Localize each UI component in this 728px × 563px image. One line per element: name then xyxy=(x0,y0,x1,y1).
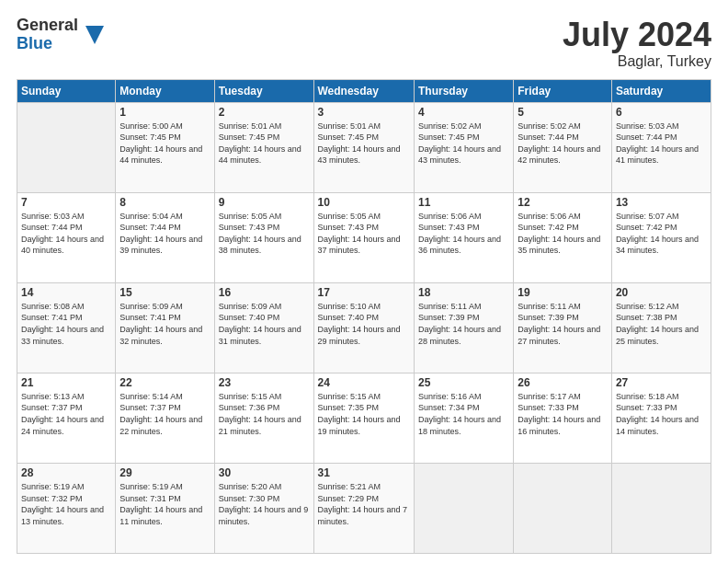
calendar-cell: 16Sunrise: 5:09 AMSunset: 7:40 PMDayligh… xyxy=(214,282,313,373)
day-info: Sunrise: 5:09 AMSunset: 7:41 PMDaylight:… xyxy=(119,301,210,347)
calendar-cell: 5Sunrise: 5:02 AMSunset: 7:44 PMDaylight… xyxy=(514,102,612,192)
day-number: 29 xyxy=(119,466,210,479)
day-info: Sunrise: 5:08 AMSunset: 7:41 PMDaylight:… xyxy=(21,301,111,347)
week-row-2: 7Sunrise: 5:03 AMSunset: 7:44 PMDaylight… xyxy=(17,192,711,282)
logo-blue: Blue xyxy=(17,35,78,53)
day-number: 4 xyxy=(418,106,509,119)
day-info: Sunrise: 5:18 AMSunset: 7:33 PMDaylight:… xyxy=(616,391,707,437)
week-row-5: 28Sunrise: 5:19 AMSunset: 7:32 PMDayligh… xyxy=(17,463,711,553)
day-info: Sunrise: 5:00 AMSunset: 7:45 PMDaylight:… xyxy=(119,121,210,167)
column-header-wednesday: Wednesday xyxy=(313,79,414,102)
calendar-cell: 8Sunrise: 5:04 AMSunset: 7:44 PMDaylight… xyxy=(116,192,214,282)
day-number: 25 xyxy=(418,376,509,389)
day-number: 27 xyxy=(616,376,707,389)
week-row-3: 14Sunrise: 5:08 AMSunset: 7:41 PMDayligh… xyxy=(17,282,711,373)
calendar-cell: 26Sunrise: 5:17 AMSunset: 7:33 PMDayligh… xyxy=(514,373,612,463)
day-info: Sunrise: 5:02 AMSunset: 7:44 PMDaylight:… xyxy=(518,121,608,167)
calendar-cell: 3Sunrise: 5:01 AMSunset: 7:45 PMDaylight… xyxy=(313,102,414,192)
day-number: 9 xyxy=(219,196,310,209)
calendar-cell: 31Sunrise: 5:21 AMSunset: 7:29 PMDayligh… xyxy=(313,463,414,553)
calendar-page: General Blue July 2024 Baglar, Turkey Su… xyxy=(0,0,728,563)
day-number: 3 xyxy=(318,106,410,119)
day-number: 6 xyxy=(616,106,707,119)
day-info: Sunrise: 5:13 AMSunset: 7:37 PMDaylight:… xyxy=(21,391,111,437)
day-info: Sunrise: 5:06 AMSunset: 7:42 PMDaylight:… xyxy=(518,211,608,257)
calendar-header-row: SundayMondayTuesdayWednesdayThursdayFrid… xyxy=(17,79,711,102)
calendar-cell: 17Sunrise: 5:10 AMSunset: 7:40 PMDayligh… xyxy=(313,282,414,373)
calendar-cell: 25Sunrise: 5:16 AMSunset: 7:34 PMDayligh… xyxy=(414,373,513,463)
calendar-table: SundayMondayTuesdayWednesdayThursdayFrid… xyxy=(17,79,711,554)
logo: General Blue xyxy=(17,17,108,53)
calendar-cell: 24Sunrise: 5:15 AMSunset: 7:35 PMDayligh… xyxy=(313,373,414,463)
day-info: Sunrise: 5:11 AMSunset: 7:39 PMDaylight:… xyxy=(518,301,608,347)
calendar-cell: 7Sunrise: 5:03 AMSunset: 7:44 PMDaylight… xyxy=(17,192,116,282)
day-number: 31 xyxy=(318,466,410,479)
week-row-1: 1Sunrise: 5:00 AMSunset: 7:45 PMDaylight… xyxy=(17,102,711,192)
day-number: 17 xyxy=(318,286,410,299)
calendar-cell: 20Sunrise: 5:12 AMSunset: 7:38 PMDayligh… xyxy=(611,282,711,373)
day-info: Sunrise: 5:12 AMSunset: 7:38 PMDaylight:… xyxy=(616,301,707,347)
day-number: 15 xyxy=(119,286,210,299)
day-info: Sunrise: 5:16 AMSunset: 7:34 PMDaylight:… xyxy=(418,391,509,437)
calendar-cell xyxy=(414,463,513,553)
logo-general: General xyxy=(17,17,78,35)
day-number: 14 xyxy=(21,286,111,299)
day-info: Sunrise: 5:05 AMSunset: 7:43 PMDaylight:… xyxy=(219,211,310,257)
day-number: 20 xyxy=(616,286,707,299)
day-number: 8 xyxy=(119,196,210,209)
calendar-cell: 10Sunrise: 5:05 AMSunset: 7:43 PMDayligh… xyxy=(313,192,414,282)
day-number: 18 xyxy=(418,286,509,299)
day-number: 26 xyxy=(518,376,608,389)
calendar-cell: 6Sunrise: 5:03 AMSunset: 7:44 PMDaylight… xyxy=(611,102,711,192)
header: General Blue July 2024 Baglar, Turkey xyxy=(17,17,711,70)
day-info: Sunrise: 5:21 AMSunset: 7:29 PMDaylight:… xyxy=(318,481,410,527)
day-number: 23 xyxy=(219,376,310,389)
day-info: Sunrise: 5:17 AMSunset: 7:33 PMDaylight:… xyxy=(518,391,608,437)
day-info: Sunrise: 5:07 AMSunset: 7:42 PMDaylight:… xyxy=(616,211,707,257)
logo-icon xyxy=(82,22,108,48)
calendar-cell: 22Sunrise: 5:14 AMSunset: 7:37 PMDayligh… xyxy=(116,373,214,463)
svg-marker-0 xyxy=(85,26,104,44)
day-info: Sunrise: 5:01 AMSunset: 7:45 PMDaylight:… xyxy=(219,121,310,167)
calendar-cell xyxy=(611,463,711,553)
calendar-cell: 14Sunrise: 5:08 AMSunset: 7:41 PMDayligh… xyxy=(17,282,116,373)
calendar-cell: 28Sunrise: 5:19 AMSunset: 7:32 PMDayligh… xyxy=(17,463,116,553)
day-number: 1 xyxy=(119,106,210,119)
day-info: Sunrise: 5:05 AMSunset: 7:43 PMDaylight:… xyxy=(318,211,410,257)
day-number: 10 xyxy=(318,196,410,209)
logo-text: General Blue xyxy=(17,17,78,53)
column-header-sunday: Sunday xyxy=(17,79,116,102)
calendar-cell: 27Sunrise: 5:18 AMSunset: 7:33 PMDayligh… xyxy=(611,373,711,463)
day-info: Sunrise: 5:02 AMSunset: 7:45 PMDaylight:… xyxy=(418,121,509,167)
day-number: 28 xyxy=(21,466,111,479)
column-header-tuesday: Tuesday xyxy=(214,79,313,102)
day-number: 30 xyxy=(219,466,310,479)
calendar-cell: 18Sunrise: 5:11 AMSunset: 7:39 PMDayligh… xyxy=(414,282,513,373)
day-number: 13 xyxy=(616,196,707,209)
day-number: 21 xyxy=(21,376,111,389)
calendar-cell xyxy=(514,463,612,553)
calendar-cell: 21Sunrise: 5:13 AMSunset: 7:37 PMDayligh… xyxy=(17,373,116,463)
day-info: Sunrise: 5:03 AMSunset: 7:44 PMDaylight:… xyxy=(21,211,111,257)
day-number: 5 xyxy=(518,106,608,119)
day-info: Sunrise: 5:06 AMSunset: 7:43 PMDaylight:… xyxy=(418,211,509,257)
calendar-cell: 13Sunrise: 5:07 AMSunset: 7:42 PMDayligh… xyxy=(611,192,711,282)
calendar-cell: 29Sunrise: 5:19 AMSunset: 7:31 PMDayligh… xyxy=(116,463,214,553)
calendar-cell: 11Sunrise: 5:06 AMSunset: 7:43 PMDayligh… xyxy=(414,192,513,282)
calendar-cell: 2Sunrise: 5:01 AMSunset: 7:45 PMDaylight… xyxy=(214,102,313,192)
day-info: Sunrise: 5:19 AMSunset: 7:32 PMDaylight:… xyxy=(21,481,111,527)
column-header-monday: Monday xyxy=(116,79,214,102)
column-header-friday: Friday xyxy=(514,79,612,102)
calendar-cell: 12Sunrise: 5:06 AMSunset: 7:42 PMDayligh… xyxy=(514,192,612,282)
day-number: 22 xyxy=(119,376,210,389)
day-number: 19 xyxy=(518,286,608,299)
day-number: 7 xyxy=(21,196,111,209)
day-number: 24 xyxy=(318,376,410,389)
day-info: Sunrise: 5:01 AMSunset: 7:45 PMDaylight:… xyxy=(318,121,410,167)
day-info: Sunrise: 5:04 AMSunset: 7:44 PMDaylight:… xyxy=(119,211,210,257)
calendar-cell: 9Sunrise: 5:05 AMSunset: 7:43 PMDaylight… xyxy=(214,192,313,282)
day-number: 16 xyxy=(219,286,310,299)
calendar-cell: 4Sunrise: 5:02 AMSunset: 7:45 PMDaylight… xyxy=(414,102,513,192)
calendar-cell: 30Sunrise: 5:20 AMSunset: 7:30 PMDayligh… xyxy=(214,463,313,553)
week-row-4: 21Sunrise: 5:13 AMSunset: 7:37 PMDayligh… xyxy=(17,373,711,463)
